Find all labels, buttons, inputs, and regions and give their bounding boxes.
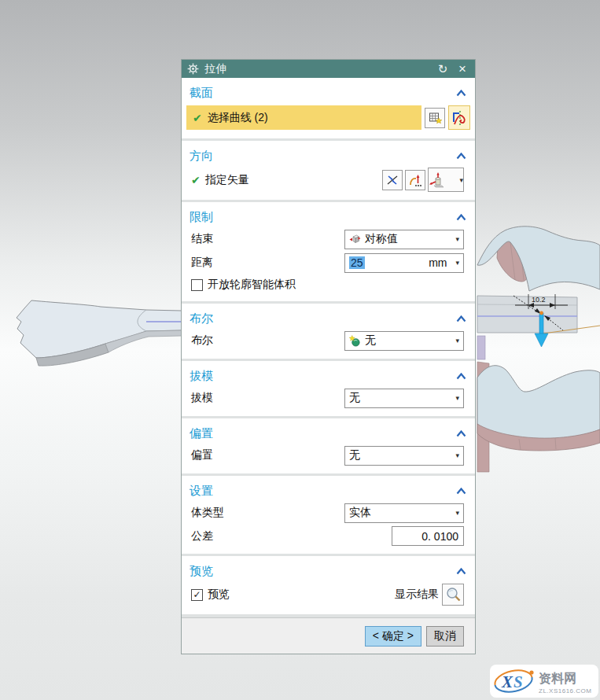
boolean-label: 布尔 [191,333,213,348]
end-dropdown[interactable]: 对称值 ▾ [344,230,464,249]
show-result-label: 显示结果 [395,588,439,602]
tolerance-value: 0. 0100 [421,530,458,543]
end-label: 结束 [191,232,213,246]
group-boolean: 布尔 布尔 无 ▾ [182,304,475,359]
preview-checkbox[interactable]: ✓ [191,589,203,601]
boolean-header-label: 布尔 [190,311,213,326]
dialog-footer: < 确定 > 取消 [182,617,475,654]
boolean-none-icon [349,335,361,347]
limits-header-label: 限制 [190,210,213,225]
svg-text:S: S [513,672,523,691]
extrude-dialog: 拉伸 ↻ × 截面 ✔ 选择曲线 (2) [181,59,476,654]
group-preview: 预览 ✓ 预览 显示结果 [182,556,475,614]
symmetric-value-icon [349,234,361,245]
svg-text:X: X [501,672,513,691]
reset-button[interactable]: ↻ [436,62,450,76]
select-curve-label: 选择曲线 (2) [208,111,268,125]
draft-dropdown[interactable]: 无 ▾ [344,389,464,408]
caret-down-icon: ▾ [455,394,459,402]
offset-value: 无 [349,448,360,462]
body-type-label: 体类型 [191,506,224,520]
group-limits: 限制 结束 对称值 ▾ [182,202,475,301]
tolerance-label: 公差 [191,529,213,543]
direction-header-label: 方向 [190,149,213,164]
model-right-body[interactable] [477,227,600,472]
caret-down-icon: ▾ [455,337,459,344]
svg-text:ZL.XS1616.COM: ZL.XS1616.COM [539,687,591,694]
reverse-direction-button[interactable] [382,170,403,190]
gear-icon [187,63,199,75]
preview-label: 预览 [208,588,230,602]
ok-button[interactable]: < 确定 > [365,626,421,647]
close-icon[interactable]: × [455,62,469,76]
curve-icon [451,109,467,127]
open-profile-label: 开放轮廓智能体积 [208,278,296,292]
group-offset: 偏置 偏置 无 ▾ [182,418,475,473]
collapse-chevron[interactable] [456,214,466,221]
collapse-chevron[interactable] [456,373,466,380]
vector-dialog-button[interactable] [405,170,425,190]
caret-down-icon: ▾ [459,176,463,184]
collapse-chevron[interactable] [456,568,466,575]
show-result-button[interactable] [442,584,464,606]
group-draft: 拔模 拔模 无 ▾ [182,361,475,416]
offset-dropdown[interactable]: 无 ▾ [344,446,464,466]
distance-input[interactable]: 25 mm ▾ [344,253,464,273]
section-header-label: 截面 [190,86,213,101]
distance-unit: mm [429,256,447,269]
dimension-text: 10.2 [532,296,546,304]
boolean-dropdown[interactable]: 无 ▾ [344,331,464,351]
svg-text:资料网: 资料网 [539,672,576,685]
draft-header-label: 拔模 [190,369,213,384]
preview-header-label: 预览 [190,564,213,579]
collapse-chevron[interactable] [456,315,466,322]
body-type-dropdown[interactable]: 实体 ▾ [344,503,464,523]
dialog-titlebar[interactable]: 拉伸 ↻ × [182,60,475,78]
draft-label: 拔模 [191,391,213,405]
offset-label: 偏置 [191,448,213,462]
sketch-section-button[interactable] [425,108,445,128]
open-profile-checkbox[interactable] [191,279,203,291]
collapse-chevron[interactable] [456,430,466,437]
distance-value: 25 [349,256,365,269]
watermark-logo: X S 资料网 ZL.XS1616.COM [491,665,597,697]
curve-select-button[interactable] [448,105,470,130]
specify-vector-label: 指定矢量 [205,173,249,187]
distance-label: 距离 [191,256,213,270]
watermark: X S 资料网 ZL.XS1616.COM [490,665,598,698]
reverse-direction-icon [385,173,399,187]
caret-down-icon: ▾ [455,259,459,267]
tolerance-input[interactable]: 0. 0100 [392,526,464,546]
collapse-chevron[interactable] [456,153,466,160]
inferred-vector-icon [408,173,422,187]
boolean-value: 无 [365,333,376,348]
offset-header-label: 偏置 [190,426,213,441]
group-settings: 设置 体类型 实体 ▾ 公差 0. 0100 [182,476,475,554]
magnifier-icon [445,587,461,602]
check-icon: ✔ [191,174,201,186]
dialog-title: 拉伸 [204,62,226,76]
caret-down-icon: ▾ [455,235,459,243]
end-value: 对称值 [365,232,398,246]
group-section: 截面 ✔ 选择曲线 (2) [182,78,475,138]
cancel-button[interactable]: 取消 [426,626,464,647]
group-direction: 方向 ✔ 指定矢量 [182,141,475,200]
cad-viewport: 10.2 [0,0,600,700]
select-curve-field[interactable]: ✔ 选择曲线 (2) [186,105,421,130]
caret-down-icon: ▾ [455,451,459,459]
check-icon: ✔ [193,112,202,124]
collapse-chevron[interactable] [456,488,466,495]
model-left-headstock[interactable] [17,300,182,366]
settings-header-label: 设置 [190,484,213,499]
caret-down-icon: ▾ [455,509,459,517]
vector-icon [429,171,446,189]
collapse-chevron[interactable] [456,90,466,97]
draft-value: 无 [349,391,360,405]
body-type-value: 实体 [349,506,371,520]
vector-method-button[interactable]: ▾ [428,168,464,192]
sketch-section-icon [429,111,442,124]
